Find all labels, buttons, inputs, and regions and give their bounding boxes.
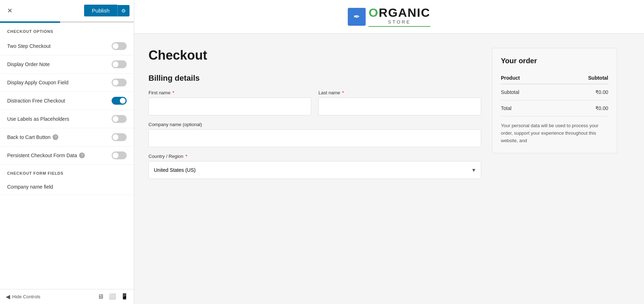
toggle-label-distraction-free: Distraction Free Checkout	[7, 98, 65, 104]
subtotal-value: ₹0.00	[553, 84, 608, 100]
toggle-row-display-order-note: Display Order Note	[0, 55, 134, 74]
country-label: Country / Region *	[148, 154, 481, 159]
last-name-label: Last name *	[318, 90, 481, 95]
publish-gear-button[interactable]: ⚙	[117, 5, 130, 16]
logo-text-block: ORGANIC STORE	[369, 6, 430, 27]
toggle-row-use-labels: Use Labels as Placeholders	[0, 110, 134, 128]
checkout-page: Checkout Billing details First name * La…	[134, 34, 635, 200]
billing-title: Billing details	[148, 74, 481, 83]
checkout-form-fields-header: CHECKOUT FORM FIELDS	[0, 165, 134, 179]
top-bar: ✕ Publish ⚙	[0, 0, 134, 21]
help-icon-back-to-cart[interactable]: ?	[53, 134, 58, 140]
mobile-icon[interactable]: 📱	[121, 293, 128, 300]
publish-area: Publish ⚙	[84, 5, 130, 16]
logo-text-rest: RGANIC	[379, 6, 430, 19]
first-name-label: First name *	[148, 90, 311, 95]
tablet-icon[interactable]: ⬜	[109, 293, 116, 300]
left-panel: ✕ Publish ⚙ CHECKOUT OPTIONS Two Step Ch…	[0, 0, 134, 304]
last-name-field: Last name *	[318, 90, 481, 115]
last-name-required: *	[342, 90, 344, 95]
logo-text: ORGANIC	[369, 6, 430, 19]
toggle-use-labels[interactable]	[112, 115, 127, 123]
name-row: First name * Last name *	[148, 90, 481, 115]
order-table-header: Product Subtotal	[501, 72, 608, 84]
order-title: Your order	[501, 57, 608, 65]
logo-area: ✒ ORGANIC STORE	[348, 6, 430, 27]
hide-controls-label: Hide Controls	[12, 294, 40, 299]
country-select[interactable]: United States (US)	[148, 161, 481, 179]
company-name-label: Company name (optional)	[148, 122, 481, 127]
country-required: *	[185, 154, 187, 159]
toggle-label-persistent-checkout: Persistent Checkout Form Data ?	[7, 153, 85, 158]
hide-controls-icon: ◀	[6, 293, 10, 300]
toggle-label-back-to-cart: Back to Cart Button ?	[7, 134, 58, 140]
col-product: Product	[501, 72, 553, 84]
toggle-row-back-to-cart: Back to Cart Button ?	[0, 128, 134, 146]
device-icons: 🖥 ⬜ 📱	[97, 293, 128, 300]
site-header: ✒ ORGANIC STORE	[134, 0, 644, 34]
toggle-row-two-step: Two Step Checkout	[0, 37, 134, 55]
help-icon-persistent-checkout[interactable]: ?	[79, 153, 85, 158]
company-name-input[interactable]	[148, 129, 481, 147]
toggle-display-apply-coupon[interactable]	[112, 79, 127, 86]
form-fields-section: Company name field	[0, 179, 134, 195]
toggle-row-display-apply-coupon: Display Apply Coupon Field	[0, 74, 134, 92]
toggle-label-display-order-note: Display Order Note	[7, 61, 50, 67]
toggle-back-to-cart[interactable]	[112, 133, 127, 141]
publish-button[interactable]: Publish	[84, 5, 117, 16]
total-value: ₹0.00	[553, 100, 608, 116]
right-content: ✒ ORGANIC STORE Checkout Billing details…	[134, 0, 644, 304]
logo-line	[369, 26, 430, 27]
logo-icon: ✒	[348, 8, 366, 26]
field-company-name: Company name field	[0, 179, 134, 195]
col-subtotal: Subtotal	[553, 72, 608, 84]
country-field: Country / Region * United States (US) ▼	[148, 154, 481, 179]
total-label: Total	[501, 100, 553, 116]
desktop-icon[interactable]: 🖥	[97, 293, 104, 300]
logo-sub: STORE	[369, 19, 430, 25]
total-row: Total ₹0.00	[501, 100, 608, 116]
last-name-input[interactable]	[318, 98, 481, 115]
order-privacy: Your personal data will be used to proce…	[501, 122, 608, 144]
logo-text-organic: O	[369, 6, 379, 19]
close-button[interactable]: ✕	[4, 5, 15, 16]
toggle-row-persistent-checkout: Persistent Checkout Form Data ?	[0, 146, 134, 165]
checkout-options-header: CHECKOUT OPTIONS	[0, 23, 134, 37]
checkout-left: Checkout Billing details First name * La…	[148, 48, 481, 185]
toggle-display-order-note[interactable]	[112, 60, 127, 68]
first-name-field: First name *	[148, 90, 311, 115]
toggle-label-use-labels: Use Labels as Placeholders	[7, 116, 69, 122]
toggle-two-step[interactable]	[112, 42, 127, 50]
first-name-input[interactable]	[148, 98, 311, 115]
first-name-required: *	[172, 90, 174, 95]
subtotal-row: Subtotal ₹0.00	[501, 84, 608, 100]
checkout-title: Checkout	[148, 48, 481, 63]
order-table: Product Subtotal Subtotal ₹0.00 Total ₹0…	[501, 72, 608, 116]
checkout-right: Your order Product Subtotal Subtotal ₹0.…	[492, 48, 617, 185]
subtotal-label: Subtotal	[501, 84, 553, 100]
country-select-wrap: United States (US) ▼	[148, 161, 481, 179]
toggle-row-distraction-free: Distraction Free Checkout	[0, 92, 134, 110]
toggle-label-display-apply-coupon: Display Apply Coupon Field	[7, 80, 68, 85]
toggle-persistent-checkout[interactable]	[112, 151, 127, 159]
hide-controls-button[interactable]: ◀ Hide Controls	[6, 293, 40, 300]
toggle-distraction-free[interactable]	[112, 97, 127, 105]
bottom-bar: ◀ Hide Controls 🖥 ⬜ 📱	[0, 289, 134, 304]
toggle-label-two-step: Two Step Checkout	[7, 43, 50, 49]
order-box: Your order Product Subtotal Subtotal ₹0.…	[492, 48, 617, 153]
company-name-field: Company name (optional)	[148, 122, 481, 147]
